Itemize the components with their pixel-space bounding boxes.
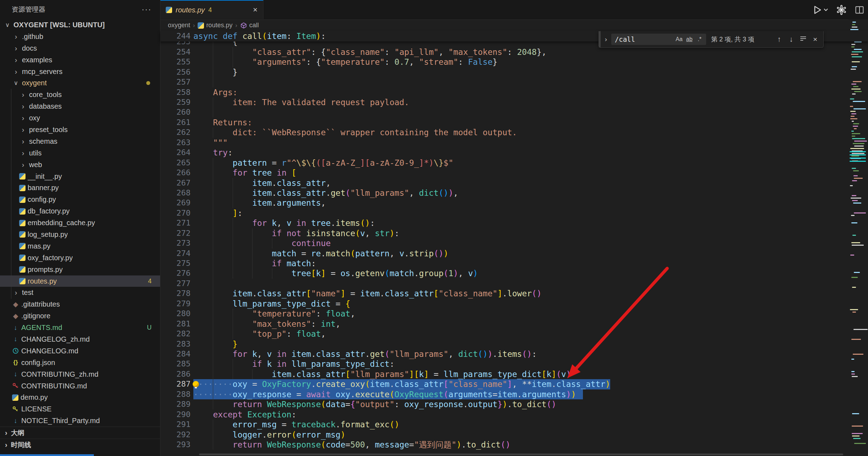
code-line-274[interactable]: 274 match = re.match(pattern, v.strip())	[160, 249, 868, 258]
code-line-289[interactable]: 289 return WebResponse(data={"output": o…	[160, 399, 868, 409]
tree-item-prompts.py[interactable]: prompts.py	[0, 264, 160, 275]
tree-item-__init__.py[interactable]: __init__.py	[0, 171, 160, 182]
code-line-266[interactable]: 266 for tree in [	[160, 168, 868, 178]
tree-item-schemas[interactable]: ›schemas	[0, 136, 160, 147]
tree-item-oxygentwslubuntu[interactable]: ∨OXYGENT [WSL: UBUNTU]	[0, 19, 160, 31]
code-line-267[interactable]: 267 item.class_attr,	[160, 178, 868, 188]
tree-item-.gitattributes[interactable]: ◆.gitattributes	[0, 298, 160, 310]
tree-item-docs[interactable]: ›docs	[0, 42, 160, 54]
close-find-icon[interactable]: ×	[809, 35, 821, 44]
code-line-258[interactable]: 258 Args:	[160, 87, 868, 97]
tree-item-agents.md[interactable]: ↓AGENTS.mdU	[0, 322, 160, 334]
code-line-286[interactable]: 286 item.class_attr["llm_params"][k] = l…	[160, 369, 868, 379]
tree-item-mcp_servers[interactable]: ›mcp_servers	[0, 66, 160, 78]
tree-item-databases[interactable]: ›databases	[0, 101, 160, 112]
code-line-254[interactable]: 254 "class_attr": {"class_name": "api_ll…	[160, 47, 868, 57]
regex-icon[interactable]: .*	[694, 35, 705, 44]
tree-item-examples[interactable]: ›examples	[0, 54, 160, 66]
tree-item-banner.py[interactable]: banner.py	[0, 182, 160, 194]
code-line-280[interactable]: 280 "temperature": float,	[160, 309, 868, 319]
code-line-269[interactable]: 269 item.arguments,	[160, 198, 868, 208]
tree-item-changelog.md[interactable]: CHANGELOG.md	[0, 345, 160, 357]
tree-item-mas.py[interactable]: mas.py	[0, 240, 160, 252]
tree-item-contributing.md[interactable]: CONTRIBUTING.md	[0, 380, 160, 392]
code-line-291[interactable]: 291 error_msg = traceback.format_exc()	[160, 420, 868, 429]
sidebar-section-大纲[interactable]: ›大纲	[0, 427, 160, 439]
horizontal-scrollbar[interactable]	[199, 454, 843, 455]
tree-item-core_tools[interactable]: ›core_tools	[0, 89, 160, 101]
code-line-259[interactable]: 259 item: The validated request payload.	[160, 97, 868, 107]
tree-item-config.py[interactable]: config.py	[0, 194, 160, 205]
tree-item-oxy_factory.py[interactable]: oxy_factory.py	[0, 252, 160, 264]
code-line-256[interactable]: 256 }	[160, 67, 868, 77]
minimap[interactable]	[849, 19, 868, 456]
code-line-265[interactable]: 265 pattern = r"^\$\{([a-zA-Z_][a-zA-Z0-…	[160, 158, 868, 168]
split-editor-icon[interactable]	[855, 5, 864, 15]
code-line-271[interactable]: 271 for k, v in tree.items():	[160, 218, 868, 228]
code-line-275[interactable]: 275 if match:	[160, 258, 868, 268]
breadcrumb-item-oxygent[interactable]: oxygent	[168, 22, 190, 29]
tree-item-notice_third_party.md[interactable]: ↓NOTICE_Third_Party.md	[0, 415, 160, 427]
code-line-257[interactable]: 257	[160, 77, 868, 87]
tree-item-routes.py[interactable]: routes.py4	[0, 275, 160, 287]
code-line-279[interactable]: 279 llm_params_type_dict = {	[160, 299, 868, 309]
tree-item-.gitignore[interactable]: ◆.gitignore	[0, 310, 160, 322]
sidebar-section-时间线[interactable]: ›时间线	[0, 439, 160, 451]
code-line-261[interactable]: 261 Returns:	[160, 118, 868, 127]
chatgpt-extension-icon[interactable]	[836, 5, 847, 15]
code-line-282[interactable]: 282 "top_p": float,	[160, 329, 868, 339]
code-line-264[interactable]: 264 try:	[160, 148, 868, 158]
tree-item-config.json[interactable]: {}config.json	[0, 357, 160, 369]
code-line-255[interactable]: 255 "arguments": {"temperature": 0.7, "s…	[160, 57, 868, 67]
tab-routes-py[interactable]: routes.py 4 ×	[160, 0, 263, 19]
code-line-288[interactable]: 288········oxy_response = await oxy.exec…	[160, 389, 868, 399]
code-line-284[interactable]: 284 for k, v in item.class_attr.get("llm…	[160, 349, 868, 359]
code-line-283[interactable]: 283 }	[160, 339, 868, 349]
code-line-293[interactable]: 293 return WebResponse(code=500, message…	[160, 440, 868, 450]
tree-item-utils[interactable]: ›utils	[0, 147, 160, 159]
previous-match-icon[interactable]: ↑	[773, 35, 785, 44]
tree-item-preset_tools[interactable]: ›preset_tools	[0, 124, 160, 136]
whole-word-icon[interactable]: ab	[684, 35, 694, 44]
code-line-268[interactable]: 268 item.class_attr.get("llm_params", di…	[160, 188, 868, 198]
code-line-292[interactable]: 292 logger.error(error_msg)	[160, 430, 868, 440]
code-editor[interactable]: 253 {254 "class_attr": {"class_name": "a…	[160, 31, 868, 456]
code-line-285[interactable]: 285 if k in llm_params_type_dict:	[160, 359, 868, 369]
code-line-276[interactable]: 276 tree[k] = os.getenv(match.group(1), …	[160, 268, 868, 278]
code-line-260[interactable]: 260	[160, 107, 868, 117]
tree-item-embedding_cache.py[interactable]: embedding_cache.py	[0, 217, 160, 229]
tree-item-db_factory.py[interactable]: db_factory.py	[0, 205, 160, 217]
tree-item-log_setup.py[interactable]: log_setup.py	[0, 229, 160, 240]
tree-item-oxygent[interactable]: ∨oxygent	[0, 77, 160, 89]
tree-item-contributing_zh.md[interactable]: ↓CONTRIBUTING_zh.md	[0, 369, 160, 380]
run-button[interactable]	[812, 5, 828, 15]
more-actions-icon[interactable]: ···	[142, 5, 152, 14]
minimap-mark	[850, 111, 856, 112]
tree-item-license[interactable]: LICENSE	[0, 403, 160, 415]
tree-item-changelog_zh.md[interactable]: ↓CHANGELOG_zh.md	[0, 334, 160, 345]
code-line-287[interactable]: 287········oxy = OxyFactory.create_oxy(i…	[160, 379, 868, 389]
code-line-277[interactable]: 277	[160, 279, 868, 289]
tree-item-web[interactable]: ›web	[0, 159, 160, 171]
code-line-263[interactable]: 263 """	[160, 138, 868, 148]
tree-item-oxy[interactable]: ›oxy	[0, 112, 160, 124]
close-tab-icon[interactable]: ×	[253, 5, 257, 15]
find-in-selection-icon[interactable]	[797, 35, 809, 44]
code-line-273[interactable]: 273 continue	[160, 238, 868, 248]
find-query[interactable]: /call	[615, 35, 674, 43]
code-line-262[interactable]: 262 dict: ``WebResponse`` wrapper contai…	[160, 127, 868, 137]
breadcrumb-item-call[interactable]: call	[240, 22, 259, 29]
code-line-281[interactable]: 281 "max_tokens": int,	[160, 319, 868, 329]
tree-item-test[interactable]: ›test	[0, 287, 160, 298]
code-line-272[interactable]: 272 if not isinstance(v, str):	[160, 228, 868, 238]
code-line-278[interactable]: 278 item.class_attr["name"] = item.class…	[160, 289, 868, 298]
tree-item-demo.py[interactable]: demo.py	[0, 392, 160, 404]
find-input[interactable]: /call Aa ab .*	[611, 34, 706, 45]
code-line-270[interactable]: 270 ]:	[160, 208, 868, 218]
code-line-290[interactable]: 290 except Exception:	[160, 410, 868, 420]
match-case-icon[interactable]: Aa	[674, 35, 684, 44]
tree-item-.github[interactable]: ›.github	[0, 31, 160, 42]
breadcrumb-item-routespy[interactable]: routes.py	[198, 22, 232, 29]
next-match-icon[interactable]: ↓	[785, 35, 797, 44]
toggle-replace-chevron-icon[interactable]: ›	[601, 35, 611, 43]
